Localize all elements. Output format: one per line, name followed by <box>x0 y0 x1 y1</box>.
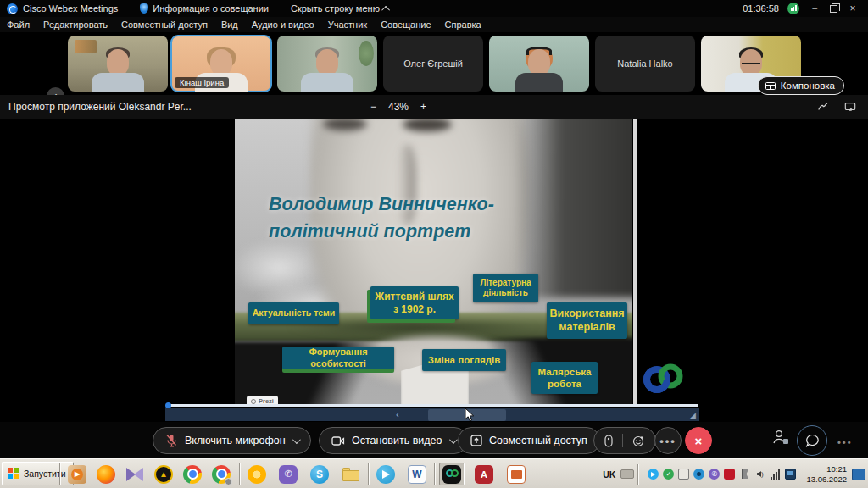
video-tile-active-speaker[interactable]: Кінаш Ірина <box>171 36 271 92</box>
taskbar-kmplayer[interactable] <box>122 463 147 485</box>
prezi-logo-icon <box>251 399 256 404</box>
menu-edit[interactable]: Редактировать <box>43 19 108 30</box>
start-button[interactable]: Запустити <box>2 462 74 485</box>
tray-flag-icon[interactable] <box>739 469 750 480</box>
progress-line[interactable] <box>168 404 698 407</box>
panel-options-icon: ••• <box>837 437 853 447</box>
tray-clipboard-icon[interactable] <box>678 469 689 480</box>
tray-display-icon[interactable] <box>785 469 796 480</box>
hide-menu-button[interactable]: Скрыть строку меню <box>291 3 390 14</box>
camera-icon <box>331 435 345 446</box>
resize-handle-icon[interactable]: ◢ <box>690 411 696 419</box>
video-tile-3[interactable] <box>277 36 377 92</box>
topic-painting-work[interactable]: Малярськаробота <box>531 362 598 394</box>
restore-button[interactable] <box>830 5 837 13</box>
menu-participant[interactable]: Участник <box>328 19 367 30</box>
taskbar-firefox[interactable] <box>93 463 119 485</box>
topic-personality-formation[interactable]: Формування особистості <box>282 347 394 369</box>
connection-quality-icon[interactable] <box>787 3 799 14</box>
menu-share[interactable]: Совместный доступ <box>121 19 208 30</box>
tray-volume-icon[interactable]: ) <box>754 469 765 480</box>
tray-eye-icon[interactable] <box>693 469 704 480</box>
tray-telegram-icon[interactable] <box>648 469 659 480</box>
taskbar-chrome-profile[interactable] <box>209 463 234 485</box>
chat-button[interactable] <box>797 425 827 456</box>
participants-button[interactable] <box>771 429 790 446</box>
tray-network-icon[interactable] <box>770 469 781 480</box>
taskbar-media-player[interactable]: ▶ <box>64 463 90 485</box>
taskbar-webex-active[interactable] <box>439 463 465 485</box>
audio-tile-4[interactable]: Олег Єгрешій <box>383 36 483 92</box>
tray-separator <box>637 464 639 485</box>
webex-logo-icon <box>7 3 18 14</box>
leave-meeting-button[interactable]: × <box>685 427 712 454</box>
share-content-button[interactable]: Совместный доступ <box>458 427 600 454</box>
meeting-info-button[interactable]: Информация о совещании <box>140 3 269 14</box>
zoom-in-button[interactable]: + <box>420 101 426 113</box>
presentation-slide: Володимир Винниченко- політичний портрет… <box>235 119 632 405</box>
horizontal-scrollbar[interactable]: ‹ › ◢ <box>165 408 699 421</box>
video-tile-5[interactable] <box>489 36 589 92</box>
tray-antivirus-icon[interactable]: ✓ <box>663 469 674 480</box>
zoom-level[interactable]: 43% <box>388 101 409 113</box>
unmute-button[interactable]: Включить микрофон <box>153 427 311 454</box>
menu-view[interactable]: Вид <box>221 19 238 30</box>
participant-name-label: Олег Єгрешій <box>383 36 483 92</box>
layout-button[interactable]: Компоновка <box>758 76 844 95</box>
audio-tile-6[interactable]: Natalia Halko <box>595 36 695 92</box>
tray-viber-icon[interactable]: ✆ <box>709 469 720 480</box>
menu-file[interactable]: Файл <box>7 19 30 30</box>
tools-pill <box>593 427 656 454</box>
menu-help[interactable]: Справка <box>445 19 481 30</box>
reactions-icon[interactable] <box>632 435 645 447</box>
shared-app-label: Просмотр приложений Oleksandr Per... <box>0 101 192 113</box>
system-tray: UK ✓ ✆ ) 10:21 13.06.2022 <box>598 459 868 488</box>
remote-control-icon[interactable] <box>604 435 613 447</box>
topic-materials[interactable]: Використанняматеріалів <box>547 302 627 339</box>
menu-meeting[interactable]: Совещание <box>381 19 431 30</box>
taskbar-separator <box>59 463 61 485</box>
participant-name-label: Natalia Halko <box>595 36 695 92</box>
topic-literary-activity[interactable]: Літературнадіяльність <box>473 274 538 302</box>
annotate-icon[interactable] <box>817 101 829 113</box>
taskbar-telegram[interactable] <box>373 463 398 485</box>
scroll-left-icon[interactable]: ‹ <box>396 408 399 422</box>
taskbar-chrome[interactable] <box>180 463 205 485</box>
taskbar-file-explorer[interactable] <box>338 463 364 485</box>
video-tile-1[interactable] <box>68 36 168 92</box>
participant-name-label: Кінаш Ірина <box>175 77 229 88</box>
language-indicator[interactable]: UK <box>598 469 620 480</box>
show-desktop-button[interactable] <box>852 469 865 480</box>
more-options-button[interactable]: ••• <box>654 427 682 454</box>
topic-life-path[interactable]: Життєвий шляхз 1902 р. <box>370 286 459 319</box>
minimize-button[interactable]: − <box>808 3 821 14</box>
video-options-chevron-icon[interactable] <box>448 435 457 444</box>
windows-taskbar: Запустити ▶ ▲ ✆ S W A UK ✓ <box>0 458 868 488</box>
taskbar-aimp[interactable]: ▲ <box>151 463 176 485</box>
chat-bubble-icon <box>805 434 820 447</box>
menu-audio-video[interactable]: Аудио и видео <box>252 19 314 30</box>
taskbar-skype[interactable]: S <box>307 463 332 485</box>
zoom-out-button[interactable]: − <box>370 101 376 113</box>
mic-options-chevron-icon[interactable] <box>292 435 301 444</box>
keyboard-icon[interactable] <box>620 469 634 479</box>
close-button[interactable]: × <box>846 3 860 14</box>
elapsed-time: 01:36:58 <box>743 3 779 14</box>
display-icon[interactable] <box>844 101 856 113</box>
taskbar-chrome-canary[interactable] <box>244 463 270 485</box>
participant-filmstrip: ‹ Кінаш Ірина Олег Єгрешій <box>0 32 868 95</box>
taskbar-acrobat[interactable]: A <box>471 463 497 485</box>
topic-change-of-views[interactable]: Зміна поглядів <box>422 349 506 371</box>
panel-options-button[interactable]: ••• <box>837 434 853 449</box>
layout-button-label: Компоновка <box>781 80 835 91</box>
stop-video-button[interactable]: Остановить видео <box>319 427 468 454</box>
taskbar-word[interactable]: W <box>404 463 430 485</box>
taskbar-viber[interactable]: ✆ <box>275 463 301 485</box>
windows-logo-icon <box>8 468 19 480</box>
topic-actuality[interactable]: Актуальність теми <box>248 302 339 324</box>
vertical-scrollbar[interactable] <box>633 119 637 405</box>
tray-red-app-icon[interactable] <box>724 469 735 480</box>
muted-mic-icon <box>165 434 178 447</box>
taskbar-clock[interactable]: 10:21 13.06.2022 <box>806 464 847 485</box>
taskbar-powerpoint[interactable] <box>504 463 529 485</box>
